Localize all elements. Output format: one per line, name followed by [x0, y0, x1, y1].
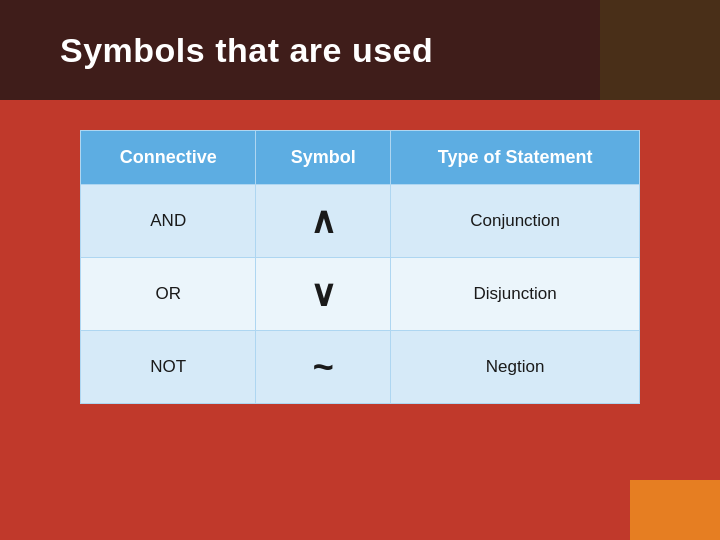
cell-connective-and: AND — [81, 185, 256, 258]
accent-block-bottom-right — [630, 480, 720, 540]
cell-symbol-or: ∨ — [256, 258, 391, 331]
page-title: Symbols that are used — [60, 31, 433, 70]
cell-connective-or: OR — [81, 258, 256, 331]
col-header-connective: Connective — [81, 131, 256, 185]
col-header-type: Type of Statement — [391, 131, 640, 185]
table-row: OR ∨ Disjunction — [81, 258, 640, 331]
cell-symbol-not: ~ — [256, 331, 391, 404]
header-band: Symbols that are used — [0, 0, 720, 100]
table-container: Connective Symbol Type of Statement AND … — [80, 130, 640, 404]
table-row: NOT ~ Negtion — [81, 331, 640, 404]
cell-type-and: Conjunction — [391, 185, 640, 258]
cell-type-or: Disjunction — [391, 258, 640, 331]
cell-symbol-and: ∧ — [256, 185, 391, 258]
table-row: AND ∧ Conjunction — [81, 185, 640, 258]
symbols-table: Connective Symbol Type of Statement AND … — [80, 130, 640, 404]
cell-connective-not: NOT — [81, 331, 256, 404]
table-header-row: Connective Symbol Type of Statement — [81, 131, 640, 185]
cell-type-not: Negtion — [391, 331, 640, 404]
col-header-symbol: Symbol — [256, 131, 391, 185]
